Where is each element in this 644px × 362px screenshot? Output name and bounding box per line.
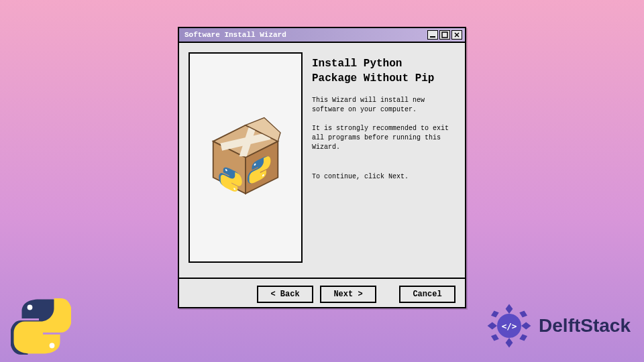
package-box-icon bbox=[202, 114, 289, 201]
delftstack-label: DelftStack bbox=[539, 315, 631, 337]
close-icon[interactable] bbox=[451, 30, 462, 40]
wizard-body-1: This Wizard will install new software on… bbox=[312, 96, 455, 115]
delftstack-brand: </> DelftStack bbox=[485, 302, 631, 350]
wizard-body-2: It is strongly recommended to exit all p… bbox=[312, 124, 455, 152]
next-button[interactable]: Next > bbox=[320, 286, 376, 303]
wizard-image-panel bbox=[189, 52, 303, 263]
wizard-window: Software Install Wizard bbox=[178, 27, 466, 308]
svg-point-15 bbox=[50, 343, 55, 349]
svg-point-14 bbox=[28, 305, 33, 310]
back-button[interactable]: < Back bbox=[257, 286, 313, 303]
svg-text:</>: </> bbox=[502, 321, 517, 331]
svg-rect-0 bbox=[430, 36, 435, 38]
heading-line-1: Install Python bbox=[312, 56, 455, 71]
wizard-body-3: To continue, click Next. bbox=[312, 172, 455, 182]
svg-rect-1 bbox=[442, 32, 447, 38]
wizard-heading: Install Python Package Without Pip bbox=[312, 56, 455, 86]
wizard-footer: < Back Next > Cancel bbox=[179, 278, 465, 310]
button-separator bbox=[383, 286, 392, 303]
titlebar: Software Install Wizard bbox=[179, 28, 465, 43]
minimize-icon[interactable] bbox=[427, 30, 438, 40]
delftstack-logo-icon: </> bbox=[485, 302, 533, 350]
window-title: Software Install Wizard bbox=[182, 31, 427, 39]
titlebar-buttons bbox=[427, 30, 462, 40]
wizard-text-panel: Install Python Package Without Pip This … bbox=[312, 52, 455, 268]
python-logo-icon bbox=[11, 296, 71, 357]
maximize-icon[interactable] bbox=[439, 30, 450, 40]
heading-line-2: Package Without Pip bbox=[312, 71, 455, 86]
content-area: Install Python Package Without Pip This … bbox=[179, 43, 465, 278]
cancel-button[interactable]: Cancel bbox=[399, 286, 455, 303]
